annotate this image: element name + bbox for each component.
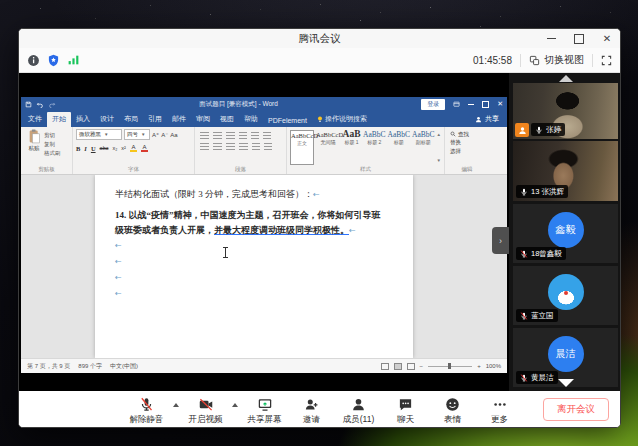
superscript-button[interactable]: x² (121, 145, 126, 151)
emoji-button[interactable]: 表情 (429, 394, 476, 426)
participant-tile-zhanghonghui[interactable]: 13 张洪辉 (513, 141, 618, 201)
align-right-button[interactable] (226, 143, 235, 151)
highlight-color-button[interactable]: A (130, 144, 137, 152)
style-heading1[interactable]: AaB 标题 1 (342, 130, 361, 165)
cut-button[interactable]: 剪切 (44, 132, 61, 139)
style-no-spacing[interactable]: AaBbCcD 无间隔 (316, 130, 340, 165)
video-options-caret[interactable] (229, 394, 241, 407)
tab-references[interactable]: 引用 (143, 112, 167, 127)
print-layout-button[interactable] (394, 363, 402, 370)
justify-button[interactable] (239, 143, 248, 151)
underline-button[interactable]: U (91, 145, 96, 152)
change-case-button[interactable]: Aa (170, 132, 177, 138)
ribbon-options-icon[interactable] (453, 101, 460, 108)
line-spacing-button[interactable] (252, 143, 260, 151)
borders-button[interactable] (264, 143, 272, 151)
participant-tile-zhangting[interactable]: 张婷 (513, 83, 618, 139)
tab-layout[interactable]: 布局 (119, 112, 143, 127)
numbering-button[interactable] (213, 132, 222, 140)
switch-view-button[interactable]: 切换视图 (529, 53, 584, 67)
security-shield-icon[interactable] (47, 54, 60, 67)
language-indicator[interactable]: 中文(中国) (110, 362, 138, 371)
invite-button[interactable]: 邀请 (288, 394, 335, 426)
copy-button[interactable]: 复制 (44, 141, 61, 148)
align-center-button[interactable] (213, 143, 222, 151)
tab-mailings[interactable]: 邮件 (167, 112, 191, 127)
font-size-select[interactable]: 四号▼ (124, 129, 150, 140)
bullets-button[interactable] (200, 132, 209, 140)
word-restore-button[interactable] (482, 101, 489, 108)
tab-review[interactable]: 审阅 (191, 112, 215, 127)
start-video-button[interactable]: 开启视频 (182, 394, 229, 426)
members-button[interactable]: 成员(11) (335, 394, 382, 426)
subscript-button[interactable]: x₂ (112, 145, 117, 151)
participant-tile-zengxinyi[interactable]: 鑫毅 18曾鑫毅 (513, 204, 618, 263)
save-icon[interactable] (25, 101, 32, 108)
leave-meeting-button[interactable]: 离开会议 (543, 398, 609, 421)
zoom-level[interactable]: 100% (486, 363, 501, 369)
word-count[interactable]: 899 个字 (78, 362, 102, 371)
unmute-button[interactable]: 解除静音 (123, 394, 170, 426)
tab-design[interactable]: 设计 (95, 112, 119, 127)
strikethrough-button[interactable]: abc (100, 145, 109, 151)
tab-view[interactable]: 视图 (215, 112, 239, 127)
scroll-down-arrow[interactable] (558, 379, 574, 387)
chat-button[interactable]: 聊天 (382, 394, 429, 426)
word-document-area[interactable]: 半结构化面试（限时 3 分钟，完成思考和回答）：← 14. 以战“疫情”精神，中… (21, 175, 507, 358)
shrink-font-button[interactable]: A⁻ (161, 131, 168, 138)
find-button[interactable]: 查找 (450, 131, 484, 138)
close-button[interactable]: ✕ (600, 32, 614, 46)
sidebar-collapse-handle[interactable]: › (492, 227, 509, 254)
font-name-select[interactable]: 微软雅黑▼ (76, 129, 122, 140)
replace-button[interactable]: 替换 (450, 139, 484, 146)
read-mode-button[interactable] (381, 363, 389, 370)
page-indicator[interactable]: 第 7 页，共 9 页 (27, 362, 70, 371)
decrease-indent-button[interactable] (239, 132, 247, 140)
fullscreen-icon[interactable] (601, 55, 612, 66)
tab-file[interactable]: 文件 (23, 112, 47, 127)
audio-options-caret[interactable] (170, 394, 182, 407)
redo-icon[interactable] (48, 101, 56, 108)
select-button[interactable]: 选择 (450, 148, 484, 155)
font-color-button[interactable]: A (141, 144, 148, 152)
paste-button[interactable]: 粘贴 (24, 129, 44, 165)
style-normal[interactable]: AaBbCcD 正文 (290, 130, 314, 165)
meeting-info-icon[interactable] (27, 54, 40, 67)
web-layout-button[interactable] (407, 363, 415, 370)
network-signal-icon[interactable] (67, 54, 80, 66)
style-title[interactable]: AaBbC 标题 (388, 130, 411, 165)
tab-home[interactable]: 开始 (47, 112, 71, 127)
style-subtitle[interactable]: AaBbC 副标题 (412, 130, 435, 165)
style-heading2[interactable]: AaBbC 标题 2 (363, 130, 386, 165)
align-left-button[interactable] (200, 143, 209, 151)
empty-paragraph-mark: ← (115, 270, 395, 286)
maximize-button[interactable] (572, 32, 586, 46)
word-signin-button[interactable]: 登录 (421, 99, 445, 110)
format-painter-button[interactable]: 格式刷 (44, 150, 61, 157)
tab-pdfelement[interactable]: PDFelement (263, 115, 312, 127)
meeting-titlebar[interactable]: 腾讯会议 ✕ (19, 29, 620, 48)
undo-icon[interactable] (36, 101, 44, 108)
word-close-button[interactable]: ✕ (497, 100, 503, 108)
participant-tile-lanliguo[interactable]: 蓝立国 (513, 266, 618, 325)
styles-gallery-scroll[interactable]: ▲▼ (437, 130, 441, 165)
zoom-out-button[interactable]: − (420, 363, 424, 369)
italic-button[interactable]: I (84, 145, 87, 152)
zoom-slider[interactable] (428, 366, 472, 367)
tab-help[interactable]: 帮助 (239, 112, 263, 127)
multilevel-list-button[interactable] (226, 132, 235, 140)
share-screen-button[interactable]: 共享屏幕 (241, 394, 288, 426)
grow-font-button[interactable]: A⁺ (152, 131, 159, 138)
more-button[interactable]: 更多 (476, 394, 523, 426)
sort-button[interactable] (263, 132, 271, 140)
zoom-in-button[interactable]: + (477, 363, 481, 369)
document-page[interactable]: 半结构化面试（限时 3 分钟，完成思考和回答）：← 14. 以战“疫情”精神，中… (95, 175, 413, 358)
word-minimize-button[interactable] (468, 104, 474, 105)
scroll-up-arrow[interactable] (559, 75, 573, 82)
tell-me-search[interactable]: 操作说明搜索 (312, 112, 372, 127)
increase-indent-button[interactable] (251, 132, 259, 140)
tab-insert[interactable]: 插入 (71, 112, 95, 127)
word-share-button[interactable]: 共享 (469, 112, 505, 127)
bold-button[interactable]: B (76, 145, 80, 152)
minimize-button[interactable] (544, 32, 558, 46)
